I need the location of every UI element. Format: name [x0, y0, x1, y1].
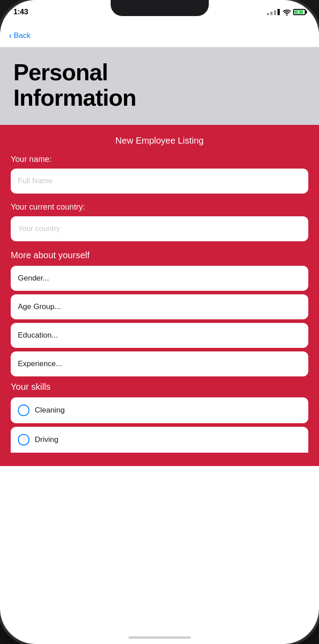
skill-cleaning-item[interactable]: Cleaning: [11, 397, 308, 423]
cleaning-radio[interactable]: [18, 405, 29, 416]
skills-label: Your skills: [11, 382, 308, 392]
status-icons: [267, 9, 306, 15]
signal-icon: [267, 9, 280, 15]
content-section: New Employee Listing Your name: Your cur…: [0, 125, 319, 466]
nav-bar: ‹ Back: [0, 24, 319, 47]
more-about-label: More about yourself: [11, 250, 308, 260]
skill-driving-item[interactable]: Driving: [11, 427, 308, 453]
age-group-dropdown[interactable]: Age Group...: [11, 294, 308, 319]
phone-frame: 1:43: [0, 0, 319, 644]
header-section: Personal Information: [0, 47, 319, 125]
wifi-icon: [282, 9, 290, 15]
form-subtitle: New Employee Listing: [11, 136, 308, 146]
education-dropdown[interactable]: Education...: [11, 323, 308, 348]
battery-icon: [293, 9, 306, 15]
name-input[interactable]: [11, 169, 308, 194]
back-chevron-icon: ‹: [9, 31, 12, 40]
notch: [111, 0, 209, 16]
driving-radio[interactable]: [18, 434, 29, 446]
home-indicator: [128, 636, 191, 639]
back-button[interactable]: ‹ Back: [9, 31, 30, 40]
country-input[interactable]: [11, 216, 308, 241]
gender-dropdown[interactable]: Gender...: [11, 266, 308, 291]
driving-label: Driving: [35, 435, 58, 444]
status-time: 1:43: [13, 8, 28, 17]
page-title: Personal Information: [13, 60, 306, 111]
phone-screen: 1:43: [0, 0, 319, 644]
experience-dropdown[interactable]: Experience...: [11, 351, 308, 376]
name-label: Your name:: [11, 155, 308, 164]
country-label: Your current country:: [11, 202, 308, 212]
back-label: Back: [14, 31, 31, 40]
cleaning-label: Cleaning: [35, 406, 65, 415]
